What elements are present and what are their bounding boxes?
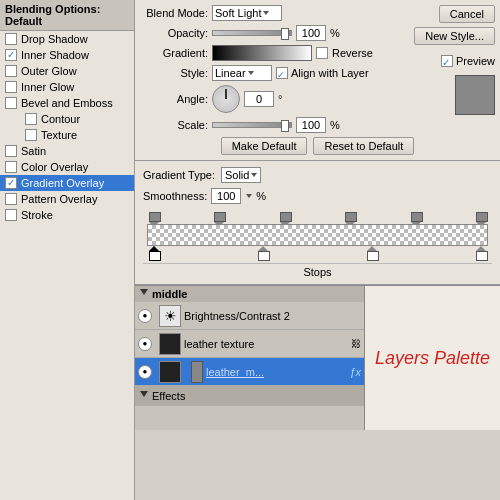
drop-shadow-checkbox[interactable]	[5, 33, 17, 45]
scale-slider-container: 100 %	[212, 117, 340, 133]
top-stop-left[interactable]	[149, 212, 159, 224]
sidebar-item-stroke[interactable]: Stroke	[0, 207, 134, 223]
eye-icon-leather-texture[interactable]: ●	[138, 337, 152, 351]
bottom-stop-2[interactable]	[258, 246, 268, 258]
smoothness-input[interactable]: 100	[211, 188, 241, 204]
blend-mode-select[interactable]: Soft Light	[212, 5, 282, 21]
sidebar-item-satin[interactable]: Satin	[0, 143, 134, 159]
leather-m-mask	[191, 361, 203, 383]
angle-row: Angle: 0 °	[143, 85, 492, 113]
reverse-checkbox[interactable]	[316, 47, 328, 59]
gradient-editor: Gradient Type: Solid Smoothness: 100 %	[135, 161, 500, 285]
angle-label: Angle:	[143, 93, 208, 105]
degree-sign: °	[278, 93, 282, 105]
gradient-bar[interactable]	[147, 224, 488, 246]
gradient-overlay-checkbox[interactable]: ✓	[5, 177, 17, 189]
angle-dial[interactable]	[212, 85, 240, 113]
scale-slider[interactable]	[212, 122, 292, 128]
scale-input[interactable]: 100	[296, 117, 326, 133]
contour-checkbox[interactable]	[25, 113, 37, 125]
reset-default-button[interactable]: Reset to Default	[313, 137, 414, 155]
contour-label: Contour	[41, 113, 80, 125]
gradient-type-value: Solid	[225, 169, 249, 181]
smoothness-arrow-icon	[246, 194, 252, 198]
smoothness-row: Smoothness: 100 %	[143, 188, 492, 204]
preview-checkbox[interactable]: ✓	[441, 55, 453, 67]
opacity-slider-thumb	[281, 28, 289, 40]
align-checkbox[interactable]: ✓	[276, 67, 288, 79]
inner-glow-checkbox[interactable]	[5, 81, 17, 93]
sidebar-item-inner-shadow[interactable]: ✓ Inner Shadow	[0, 47, 134, 63]
satin-checkbox[interactable]	[5, 145, 17, 157]
pattern-overlay-checkbox[interactable]	[5, 193, 17, 205]
layers-list: middle ● ☀ Brightness/Contrast 2 ● leath…	[135, 285, 365, 430]
bottom-stop-3[interactable]	[367, 246, 377, 258]
leather-texture-layer-name: leather texture	[184, 338, 351, 350]
brightness-thumb: ☀	[159, 305, 181, 327]
color-overlay-checkbox[interactable]	[5, 161, 17, 173]
style-select[interactable]: Linear	[212, 65, 272, 81]
cancel-button[interactable]: Cancel	[439, 5, 495, 23]
preview-swatch	[455, 75, 495, 115]
gradient-type-row: Gradient Type: Solid	[143, 167, 492, 183]
effects-label: Effects	[152, 390, 185, 402]
stroke-label: Stroke	[21, 209, 53, 221]
scale-row: Scale: 100 %	[143, 117, 492, 133]
sidebar-item-contour[interactable]: Contour	[0, 111, 134, 127]
gradient-type-label: Gradient Type:	[143, 169, 215, 181]
outer-glow-checkbox[interactable]	[5, 65, 17, 77]
layers-collapse-icon[interactable]	[140, 289, 148, 299]
scale-percent: %	[330, 119, 340, 131]
top-stop-5[interactable]	[411, 212, 421, 224]
buttons-row: Make Default Reset to Default	[143, 137, 492, 155]
sidebar-item-pattern-overlay[interactable]: Pattern Overlay	[0, 191, 134, 207]
blending-options-header: Blending Options: Default	[0, 0, 134, 31]
texture-checkbox[interactable]	[25, 129, 37, 141]
top-stop-2[interactable]	[214, 212, 224, 224]
chain-icon: ⛓	[351, 338, 361, 349]
inner-glow-label: Inner Glow	[21, 81, 74, 93]
opacity-input[interactable]: 100	[296, 25, 326, 41]
top-stop-3[interactable]	[280, 212, 290, 224]
texture-label: Texture	[41, 129, 77, 141]
angle-input[interactable]: 0	[244, 91, 274, 107]
align-container: ✓ Align with Layer	[276, 67, 369, 79]
layer-row-leather-m[interactable]: ● leather_m... ƒx	[135, 358, 364, 386]
eye-icon-leather-m[interactable]: ●	[138, 365, 152, 379]
sidebar-item-inner-glow[interactable]: Inner Glow	[0, 79, 134, 95]
sidebar-item-outer-glow[interactable]: Outer Glow	[0, 63, 134, 79]
layers-palette-text: Layers Palette	[375, 348, 490, 369]
smoothness-percent: %	[256, 190, 266, 202]
gradient-preview[interactable]	[212, 45, 312, 61]
inner-shadow-checkbox[interactable]: ✓	[5, 49, 17, 61]
layer-row-brightness[interactable]: ● ☀ Brightness/Contrast 2	[135, 302, 364, 330]
outer-glow-label: Outer Glow	[21, 65, 77, 77]
sidebar-item-color-overlay[interactable]: Color Overlay	[0, 159, 134, 175]
top-stop-4[interactable]	[345, 212, 355, 224]
new-style-button[interactable]: New Style...	[414, 27, 495, 45]
eye-icon-brightness[interactable]: ●	[138, 309, 152, 323]
leather-m-layer-name[interactable]: leather_m...	[206, 366, 349, 378]
stroke-checkbox[interactable]	[5, 209, 17, 221]
make-default-button[interactable]: Make Default	[221, 137, 308, 155]
gradient-type-select[interactable]: Solid	[221, 167, 261, 183]
opacity-slider[interactable]	[212, 30, 292, 36]
preview-label: Preview	[456, 55, 495, 67]
sidebar-item-drop-shadow[interactable]: Drop Shadow	[0, 31, 134, 47]
scale-label: Scale:	[143, 119, 208, 131]
sidebar-item-texture[interactable]: Texture	[0, 127, 134, 143]
blend-mode-arrow-icon	[263, 11, 269, 15]
inner-shadow-label: Inner Shadow	[21, 49, 89, 61]
layer-row-leather-texture[interactable]: ● leather texture ⛓	[135, 330, 364, 358]
leather-texture-thumb	[159, 333, 181, 355]
sidebar-item-bevel-emboss[interactable]: Bevel and Emboss	[0, 95, 134, 111]
bottom-stop-left[interactable]	[149, 246, 159, 258]
satin-label: Satin	[21, 145, 46, 157]
top-stop-right[interactable]	[476, 212, 486, 224]
effects-collapse-icon[interactable]	[140, 391, 148, 401]
bottom-stop-right[interactable]	[476, 246, 486, 258]
blend-mode-label: Blend Mode:	[143, 7, 208, 19]
layers-header: middle	[135, 286, 364, 302]
sidebar-item-gradient-overlay[interactable]: ✓ Gradient Overlay	[0, 175, 134, 191]
bevel-emboss-checkbox[interactable]	[5, 97, 17, 109]
